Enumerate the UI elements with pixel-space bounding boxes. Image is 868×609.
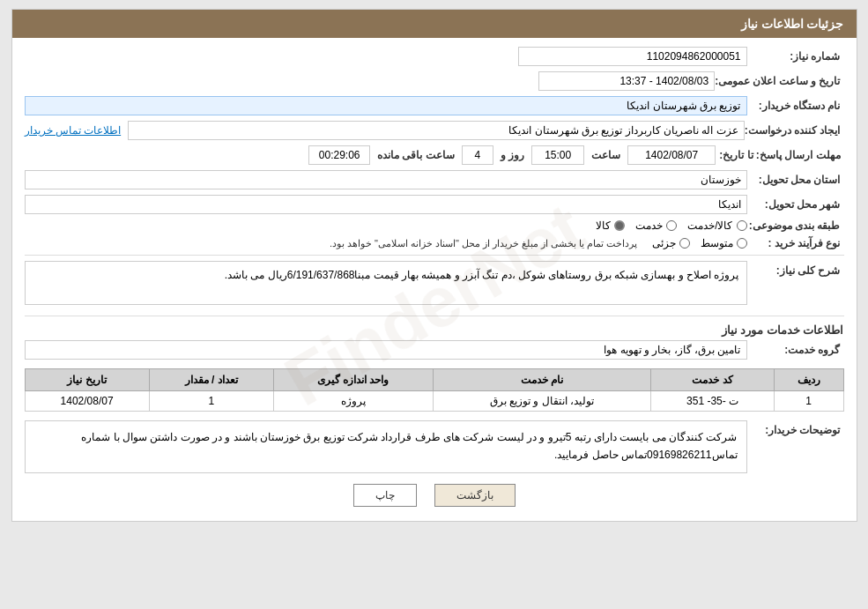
cell-date: 1402/08/07: [25, 391, 149, 412]
cell-row-num: 1: [774, 391, 843, 412]
deadline-row: مهلت ارسال پاسخ: تا تاریخ: 1402/08/07 سا…: [25, 145, 844, 165]
service-table-section: ردیف کد خدمت نام خدمت واحد اندازه گیری ت…: [25, 368, 844, 412]
purchase-note: پرداخت تمام یا بخشی از مبلغ خریدار از مح…: [330, 238, 638, 249]
purchase-jozvi-label: جزئی: [652, 237, 676, 249]
deadline-remaining-label: ساعت باقی مانده: [374, 149, 458, 161]
col-service-code: کد خدمت: [651, 369, 774, 391]
cell-service-code: ت -35- 351: [651, 391, 774, 412]
creator-label: ایجاد کننده درخواست:: [745, 124, 844, 137]
buyer-org-label: نام دستگاه خریدار:: [747, 100, 844, 112]
button-row: بازگشت چاپ: [25, 484, 844, 507]
service-group-label: گروه خدمت:: [747, 344, 844, 356]
category-label: طبقه بندی موضوعی:: [747, 219, 844, 232]
province-row: استان محل تحویل: خوزستان: [25, 170, 844, 189]
buyer-org-value: توزیع برق شهرستان اندیکا: [25, 96, 747, 115]
cell-quantity: 1: [149, 391, 273, 412]
need-number-value: 1102094862000051: [518, 47, 747, 66]
purchase-jozvi-option: جزئی: [652, 237, 690, 249]
purchase-motawaset-label: متوسط: [701, 237, 733, 249]
deadline-remaining: 00:29:06: [308, 145, 370, 165]
creator-row: ایجاد کننده درخواست: عزت اله ناصریان کار…: [25, 121, 844, 140]
category-radio-group: کالا/خدمت خدمت کالا: [596, 219, 746, 232]
category-kala-label: کالا: [596, 219, 611, 232]
cell-service-name: تولید، انتقال و توزیع برق: [433, 391, 651, 412]
deadline-date: 1402/08/07: [627, 145, 716, 165]
category-kala-khadamat-option: کالا/خدمت: [687, 219, 746, 232]
deadline-time: 15:00: [531, 145, 584, 165]
buyer-org-row: نام دستگاه خریدار: توزیع برق شهرستان اند…: [25, 96, 844, 115]
category-kala-khadamat-radio: [737, 220, 747, 231]
announce-date-label: تاریخ و ساعت اعلان عمومی:: [715, 75, 843, 87]
page-title: جزئیات اطلاعات نیاز: [741, 17, 844, 31]
cell-unit: پروژه: [273, 391, 433, 412]
need-number-row: شماره نیاز: 1102094862000051: [25, 47, 844, 66]
deadline-label: مهلت ارسال پاسخ: تا تاریخ:: [719, 149, 843, 161]
service-info-title: اطلاعات خدمات مورد نیاز: [25, 323, 844, 337]
purchase-type-label: نوع فرآیند خرید :: [747, 237, 844, 249]
purchase-type-row: نوع فرآیند خرید : متوسط جزئی پرداخت تمام…: [25, 237, 844, 249]
back-button[interactable]: بازگشت: [434, 484, 516, 507]
category-khadamat-radio: [666, 220, 677, 231]
col-unit: واحد اندازه گیری: [273, 369, 433, 391]
service-group-row: گروه خدمت: تامین برق، گاز، بخار و تهویه …: [25, 340, 844, 360]
service-group-value: تامین برق، گاز، بخار و تهویه هوا: [25, 340, 747, 360]
city-row: شهر محل تحویل: اندیکا: [25, 195, 844, 214]
category-khadamat-label: خدمت: [635, 219, 663, 232]
deadline-time-label: ساعت: [588, 149, 624, 161]
table-row: 1 ت -35- 351 تولید، انتقال و توزیع برق پ…: [25, 391, 843, 412]
city-label: شهر محل تحویل:: [747, 198, 844, 211]
creator-value: عزت اله ناصریان کاربرداز توزیع برق شهرست…: [128, 121, 745, 140]
need-number-label: شماره نیاز:: [747, 50, 844, 63]
province-value: خوزستان: [25, 170, 747, 189]
purchase-jozvi-radio: [679, 238, 690, 249]
description-label: شرح کلی نیاز:: [747, 261, 844, 277]
category-kala-khadamat-label: کالا/خدمت: [687, 219, 732, 232]
category-khadamat-option: خدمت: [635, 219, 677, 232]
purchase-type-radio-group: متوسط جزئی: [652, 237, 747, 249]
announce-date-row: تاریخ و ساعت اعلان عمومی: 1402/08/03 - 1…: [25, 71, 844, 91]
city-value: اندیکا: [25, 195, 747, 214]
deadline-days: 4: [462, 145, 493, 165]
description-text: پروژه اصلاح و بهسازی شبکه برق روستاهای ش…: [25, 261, 747, 305]
print-button[interactable]: چاپ: [353, 484, 417, 507]
category-kala-radio: [614, 220, 625, 231]
col-quantity: تعداد / مقدار: [149, 369, 273, 391]
purchase-motawaset-option: متوسط: [701, 237, 747, 249]
col-date: تاریخ نیاز: [25, 369, 149, 391]
announce-date-value: 1402/08/03 - 13:37: [538, 71, 715, 91]
creator-contact-link[interactable]: اطلاعات تماس خریدار: [25, 124, 122, 137]
category-kala-option: کالا: [596, 219, 625, 232]
description-row: شرح کلی نیاز: پروژه اصلاح و بهسازی شبکه …: [25, 261, 844, 310]
buyer-notes-text: شرکت کنندگان می بایست دارای رتبه 5تیرو و…: [25, 420, 747, 473]
buyer-notes-label: توضیحات خریدار:: [747, 420, 844, 436]
page-header: جزئیات اطلاعات نیاز: [12, 10, 857, 38]
col-row-num: ردیف: [774, 369, 843, 391]
service-table: ردیف کد خدمت نام خدمت واحد اندازه گیری ت…: [25, 368, 844, 412]
col-service-name: نام خدمت: [433, 369, 651, 391]
province-label: استان محل تحویل:: [747, 174, 844, 186]
purchase-motawaset-radio: [737, 238, 747, 249]
category-row: طبقه بندی موضوعی: کالا/خدمت خدمت کالا: [25, 219, 844, 232]
deadline-days-label: روز و: [497, 149, 528, 161]
buyer-notes-row: توضیحات خریدار: شرکت کنندگان می بایست دا…: [25, 420, 844, 473]
